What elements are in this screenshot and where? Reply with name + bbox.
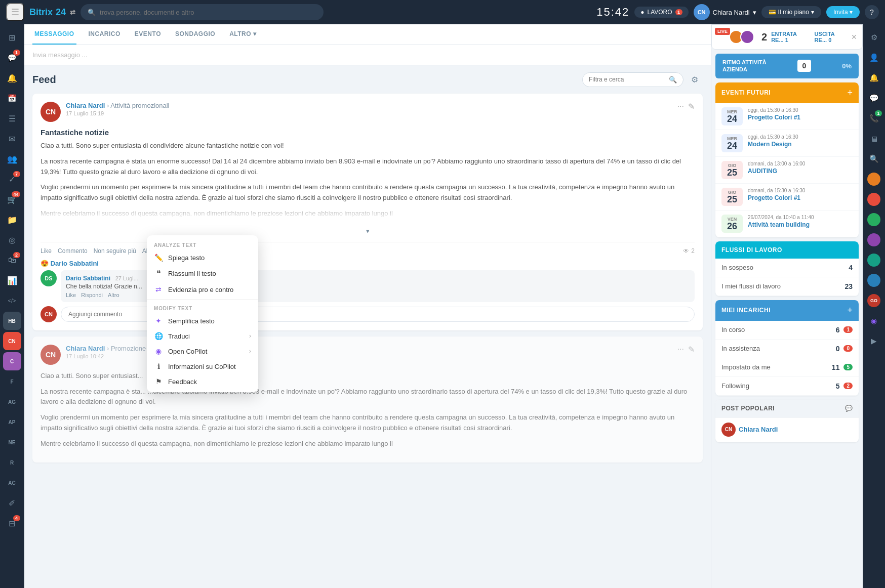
- sidebar-item-notifications[interactable]: 🔔: [3, 69, 21, 87]
- live-close-button[interactable]: ✕: [851, 33, 857, 41]
- ri-avatar-7[interactable]: GO: [865, 291, 883, 310]
- tab-altro[interactable]: ALTRO ▾: [227, 24, 258, 45]
- tab-messaggio[interactable]: MESSAGGIO: [32, 24, 76, 45]
- sidebar-item-target[interactable]: ◎: [3, 231, 21, 249]
- sidebar-item-users[interactable]: 👥: [3, 150, 21, 168]
- comment-other-button[interactable]: Altro: [108, 292, 119, 298]
- global-search[interactable]: 🔍: [81, 4, 324, 20]
- pop-post-author[interactable]: Chiara Nardi: [739, 426, 778, 433]
- sidebar-item-ag[interactable]: AG: [3, 393, 21, 411]
- sidebar-item-grid[interactable]: ⊞: [3, 28, 21, 47]
- event-title-3[interactable]: AUDITING: [748, 167, 853, 175]
- post-expand-button[interactable]: ▾: [41, 224, 695, 238]
- comment-like-button[interactable]: Like: [66, 292, 76, 298]
- feed-settings-button[interactable]: ⚙: [687, 71, 703, 88]
- incarichi-add-button[interactable]: +: [847, 305, 853, 316]
- sidebar-item-chart[interactable]: 📊: [3, 271, 21, 289]
- copilot-open-button[interactable]: ◉ Open CoPilot ›: [147, 344, 258, 359]
- ri-chat-icon[interactable]: 💬: [865, 89, 883, 107]
- sidebar-item-c[interactable]: C: [3, 352, 21, 370]
- my-plan-button[interactable]: 💳 Il mio piano ▾: [761, 6, 821, 18]
- composer-input-area[interactable]: Invia messaggio ...: [24, 45, 711, 65]
- copilot-evidenzia-button[interactable]: ⇄ Evidenzia pro e contro: [147, 282, 258, 297]
- sidebar-item-hb[interactable]: HB: [3, 312, 21, 330]
- copilot-riassumi-button[interactable]: ❝ Riassumi il testo: [147, 265, 258, 282]
- ri-avatar-3[interactable]: [865, 211, 883, 229]
- sidebar-item-email[interactable]: ✉: [3, 130, 21, 148]
- sidebar-item-edit[interactable]: ✐: [3, 494, 21, 512]
- sidebar-item-code[interactable]: </>: [3, 291, 21, 310]
- sidebar-item-r[interactable]: R: [3, 453, 21, 472]
- comment-reply-button[interactable]: Rispondi: [81, 292, 103, 298]
- sidebar-item-shop[interactable]: 🛒 44: [3, 190, 21, 208]
- ri-arrow-icon[interactable]: ▶: [865, 332, 883, 350]
- ri-avatar-6[interactable]: [865, 271, 883, 289]
- c-label: C: [10, 359, 14, 364]
- event-title-5[interactable]: Attività team building: [748, 221, 853, 228]
- ri-search-icon[interactable]: 🔍: [865, 150, 883, 168]
- copilot-traduci-button[interactable]: 🌐 Traduci ›: [147, 328, 258, 344]
- copilot-feedback-button[interactable]: ⚑ Feedback: [147, 374, 258, 389]
- left-sidebar: ⊞ 💬 1 🔔 📅 ☰ ✉ 👥 ✓ 7 🛒 44 📁 ◎ 🛍 2 📊 </> H…: [0, 24, 24, 588]
- ri-user-icon[interactable]: 👤: [865, 49, 883, 67]
- sidebar-item-chat[interactable]: 💬 1: [3, 49, 21, 67]
- ri-avatar-5[interactable]: [865, 251, 883, 269]
- copilot-semplifica-button[interactable]: ✦ Semplifica testo: [147, 313, 258, 328]
- ri-settings-icon[interactable]: ⚙: [865, 28, 883, 47]
- copilot-info-button[interactable]: ℹ Informazioni su CoPilot: [147, 359, 258, 374]
- event-title-4[interactable]: Progetto Colori #1: [748, 194, 853, 201]
- sidebar-item-f[interactable]: F: [3, 372, 21, 391]
- sidebar-item-calendar[interactable]: 📅: [3, 89, 21, 107]
- sidebar-item-list[interactable]: ☰: [3, 109, 21, 128]
- post-author-name[interactable]: Chiara Nardi: [66, 102, 105, 109]
- copilot-spiega-button[interactable]: ✏️ Spiega testo: [147, 250, 258, 265]
- sidebar-item-tasks3[interactable]: ⊟ 4: [3, 514, 21, 532]
- incarico-row-1[interactable]: In corso 6 1: [715, 321, 859, 340]
- help-button[interactable]: ?: [865, 5, 879, 19]
- feed-search[interactable]: 🔍: [582, 72, 683, 87]
- post-author-name-2[interactable]: Chiara Nardi: [66, 345, 105, 352]
- reactor-name[interactable]: Dario Sabbatini: [51, 260, 99, 267]
- user-menu[interactable]: CN Chiara Nardi ▾: [694, 4, 756, 20]
- sidebar-item-cn[interactable]: CN: [3, 332, 21, 350]
- ri-copilot-icon[interactable]: ◉: [865, 312, 883, 330]
- sidebar-item-drive[interactable]: 📁: [3, 211, 21, 229]
- like-button[interactable]: Like: [41, 247, 52, 255]
- post-edit-icon-2[interactable]: ✎: [688, 345, 695, 354]
- event-title-2[interactable]: Modern Design: [748, 141, 853, 148]
- comment-button[interactable]: Commento: [58, 247, 88, 255]
- post-more-icon[interactable]: ···: [677, 102, 684, 111]
- ri-avatar-4[interactable]: [865, 231, 883, 249]
- menu-toggle-button[interactable]: ☰: [6, 3, 24, 21]
- work-status[interactable]: ● LAVORO 1: [634, 7, 688, 18]
- invite-button[interactable]: Invita ▾: [826, 6, 860, 18]
- post-edit-icon[interactable]: ✎: [688, 102, 695, 111]
- tab-evento[interactable]: EVENTO: [133, 24, 163, 45]
- ri-avatar-2[interactable]: [865, 190, 883, 208]
- post-more-icon-2[interactable]: ···: [677, 345, 684, 354]
- eventi-add-button[interactable]: +: [847, 88, 853, 98]
- comment-author-name[interactable]: Dario Sabbatini: [66, 275, 110, 282]
- sidebar-item-cart[interactable]: 🛍 2: [3, 251, 21, 269]
- sidebar-item-ne[interactable]: NE: [3, 433, 21, 451]
- search-input[interactable]: [100, 9, 316, 16]
- tab-incarico[interactable]: INCARICO: [87, 24, 123, 45]
- incarico-row-3[interactable]: Impostato da me 11 5: [715, 358, 859, 377]
- post-category: › Attività promozionali: [107, 102, 170, 109]
- ri-phone-icon[interactable]: 📞 1: [865, 109, 883, 128]
- sidebar-item-ap[interactable]: AP: [3, 413, 21, 431]
- incarico-row-2[interactable]: In assistenza 0 0: [715, 340, 859, 358]
- ri-monitor-icon[interactable]: 🖥: [865, 130, 883, 148]
- ri-bell-icon[interactable]: 🔔: [865, 69, 883, 87]
- feed-search-input[interactable]: [589, 76, 666, 83]
- flussi-row-1[interactable]: In sospeso 4: [715, 259, 859, 277]
- tab-sondaggio[interactable]: SONDAGGIO: [173, 24, 217, 45]
- flussi-row-2[interactable]: I miei flussi di lavoro 23: [715, 277, 859, 296]
- sidebar-item-tasks[interactable]: ✓ 7: [3, 170, 21, 188]
- incarico-row-following[interactable]: Following 5 2: [715, 377, 859, 396]
- event-title-1[interactable]: Progetto Colori #1: [748, 114, 853, 121]
- unfollow-button[interactable]: Non seguire più: [94, 247, 136, 255]
- sidebar-item-ac[interactable]: AC: [3, 474, 21, 492]
- ri-avatar-1[interactable]: [865, 170, 883, 188]
- event-date-5: VEN 26: [721, 215, 743, 233]
